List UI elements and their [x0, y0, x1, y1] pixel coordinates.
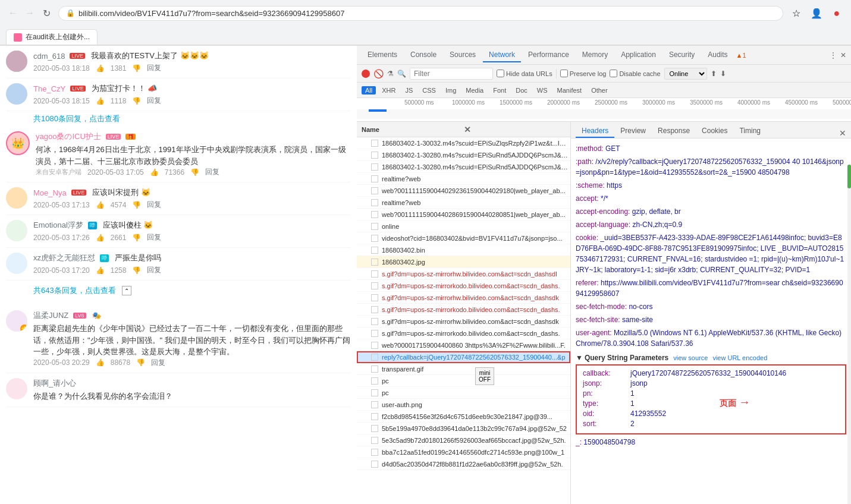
row-checkbox[interactable] — [371, 259, 378, 266]
details-scrollbar[interactable] — [847, 165, 851, 504]
tab-timing[interactable]: Timing — [733, 125, 767, 138]
forward-button[interactable]: → — [23, 6, 37, 20]
view-url-encoded-link[interactable]: view URL encoded — [712, 354, 767, 361]
type-other[interactable]: Other — [588, 86, 611, 94]
tab-response[interactable]: Response — [652, 125, 696, 138]
table-row[interactable]: s.gif?dm=upos-sz-mirrorkodo.bilivideo.co… — [357, 304, 570, 316]
table-row[interactable]: 186803402-1-30032.m4s?scuid=EPiSuZlqsRzp… — [357, 137, 570, 149]
tab-network[interactable]: Network — [483, 48, 521, 62]
table-row[interactable]: realtime?web — [357, 197, 570, 209]
table-row[interactable]: web?00111115900440286915900440280851|web… — [357, 209, 570, 220]
preserve-log-checkbox[interactable] — [560, 70, 568, 77]
table-row[interactable]: web?000017159004400860 3https%3A%2F%2Fww… — [357, 339, 570, 351]
table-row[interactable]: bba7c12aa51fed0199c241465560dfc2714c593e… — [357, 446, 570, 458]
details-close-icon[interactable]: ✕ — [839, 128, 846, 138]
type-font[interactable]: Font — [489, 86, 510, 94]
table-row[interactable]: 186803402-1-30280.m4s?scuid=EPiSuRnd5AJD… — [357, 149, 570, 161]
address-bar[interactable]: 🔒 bilibili.com/video/BV1FV411d7u7?from=s… — [58, 6, 783, 21]
reply-button[interactable]: 回复 — [147, 232, 161, 242]
row-checkbox[interactable] — [371, 199, 378, 206]
table-row[interactable]: f2cb8d9854156e3f26d4c6751d6eeb9c30e21847… — [357, 411, 570, 423]
row-checkbox[interactable] — [371, 235, 378, 242]
table-row[interactable]: reply?callback=jQuery1720748722562057633… — [357, 351, 570, 363]
table-row[interactable]: online — [357, 220, 570, 232]
row-checkbox[interactable] — [371, 401, 378, 408]
tab-sources[interactable]: Sources — [444, 48, 482, 62]
row-checkbox[interactable] — [371, 354, 378, 361]
table-row[interactable]: web?00111115900440292361590044029180|web… — [357, 185, 570, 197]
row-checkbox[interactable] — [371, 437, 378, 444]
tab-performance[interactable]: Performance — [522, 48, 575, 62]
reply-button[interactable]: 回复 — [147, 96, 161, 106]
reply-button[interactable]: 回复 — [205, 167, 219, 177]
table-row[interactable]: 186803402-1-30280.m4s?scuid=EPiSuRnd5AJD… — [357, 161, 570, 173]
bookmark-button[interactable]: ☆ — [788, 5, 805, 21]
disable-cache-checkbox[interactable] — [610, 70, 617, 77]
collapse-icon[interactable]: ⌃ — [122, 286, 131, 295]
search-button[interactable]: 🔍 — [397, 70, 406, 78]
back-button[interactable]: ← — [6, 6, 20, 20]
type-manifest[interactable]: Manifest — [554, 86, 586, 94]
row-checkbox[interactable] — [371, 342, 378, 349]
reply-button[interactable]: 回复 — [147, 265, 161, 275]
type-all[interactable]: All — [362, 86, 376, 94]
table-row[interactable]: pc — [357, 387, 570, 399]
tab-application[interactable]: Application — [615, 48, 662, 62]
table-row[interactable]: s.gif?dm=upos-sz-mirrorkodo.bilivideo.co… — [357, 280, 570, 292]
row-checkbox[interactable] — [371, 282, 378, 289]
table-row[interactable]: user-auth.png — [357, 399, 570, 411]
profile-button[interactable]: 👤 — [808, 5, 825, 21]
record-button[interactable] — [362, 70, 370, 78]
table-row[interactable]: transparent.gif — [357, 363, 570, 375]
request-list-body[interactable]: 186803402-1-30032.m4s?scuid=EPiSuZlqsRzp… — [357, 137, 570, 504]
table-row[interactable]: videoshot?cid=186803402&bvid=BV1FV411d7u… — [357, 232, 570, 244]
type-doc[interactable]: Doc — [512, 86, 531, 94]
devtools-close-icon[interactable]: ✕ — [840, 51, 846, 59]
table-row[interactable]: 5e3c5ad9b72d01801266f5926003eaf665bccacf… — [357, 434, 570, 446]
row-checkbox[interactable] — [371, 461, 378, 468]
row-checkbox[interactable] — [371, 270, 378, 278]
type-js[interactable]: JS — [401, 86, 416, 94]
row-checkbox[interactable] — [371, 366, 378, 373]
row-checkbox[interactable] — [371, 247, 378, 254]
type-xhr[interactable]: XHR — [378, 86, 399, 94]
throttle-select[interactable]: Online Fast 3G Slow 3G Offline — [664, 68, 707, 80]
tab-security[interactable]: Security — [663, 48, 701, 62]
row-checkbox[interactable] — [371, 330, 378, 337]
row-checkbox[interactable] — [371, 163, 378, 171]
table-row[interactable]: d4d05ac20350d472f8b881f1d22ae6ab0c83f9ff… — [357, 458, 570, 470]
table-row[interactable]: s.gif?dm=upos-sz-mirrorkodo.bilivideo.co… — [357, 327, 570, 339]
row-checkbox[interactable] — [371, 389, 378, 396]
tab-elements[interactable]: Elements — [362, 48, 403, 62]
row-checkbox[interactable] — [371, 152, 378, 159]
row-checkbox[interactable] — [371, 377, 378, 385]
row-checkbox[interactable] — [371, 294, 378, 301]
row-checkbox[interactable] — [371, 425, 378, 432]
tab-audits[interactable]: Audits — [702, 48, 733, 62]
row-checkbox[interactable] — [371, 223, 378, 230]
row-checkbox[interactable] — [371, 306, 378, 313]
more-replies-link2[interactable]: 共643条回复，点击查看 — [33, 285, 116, 296]
tab-headers[interactable]: Headers — [576, 125, 614, 138]
row-checkbox[interactable] — [371, 449, 378, 456]
tab-preview[interactable]: Preview — [614, 125, 652, 138]
more-replies-link[interactable]: 共1080条回复，点击查看 — [33, 114, 120, 123]
extension-button[interactable]: ● — [828, 5, 845, 21]
refresh-button[interactable]: ↻ — [39, 6, 54, 20]
type-media[interactable]: Media — [462, 86, 487, 94]
table-row[interactable]: s.gif?dm=upos-sz-mirrorhw.bilivideo.com&… — [357, 268, 570, 280]
row-checkbox[interactable] — [371, 318, 378, 325]
tab-memory[interactable]: Memory — [576, 48, 614, 62]
clear-button[interactable]: 🚫 — [373, 69, 384, 78]
table-row[interactable]: 5b5e199a4970e8dd39641da0e113b2c99c767a94… — [357, 423, 570, 434]
tab-console[interactable]: Console — [404, 48, 442, 62]
table-row[interactable]: s.gif?dm=upos-sz-mirrorhw.bilivideo.com&… — [357, 316, 570, 327]
type-ws[interactable]: WS — [533, 86, 551, 94]
table-row[interactable]: pc — [357, 375, 570, 387]
row-checkbox[interactable] — [371, 413, 378, 420]
close-details-icon[interactable]: ✕ — [464, 125, 566, 134]
row-checkbox[interactable] — [371, 211, 378, 218]
comment-section[interactable]: cdm_618 LIVE 我最喜欢的TESTV上架了 🐱🐱🐱 2020-05-0… — [0, 46, 357, 504]
hide-data-urls-checkbox[interactable] — [497, 70, 504, 77]
type-css[interactable]: CSS — [419, 86, 439, 94]
